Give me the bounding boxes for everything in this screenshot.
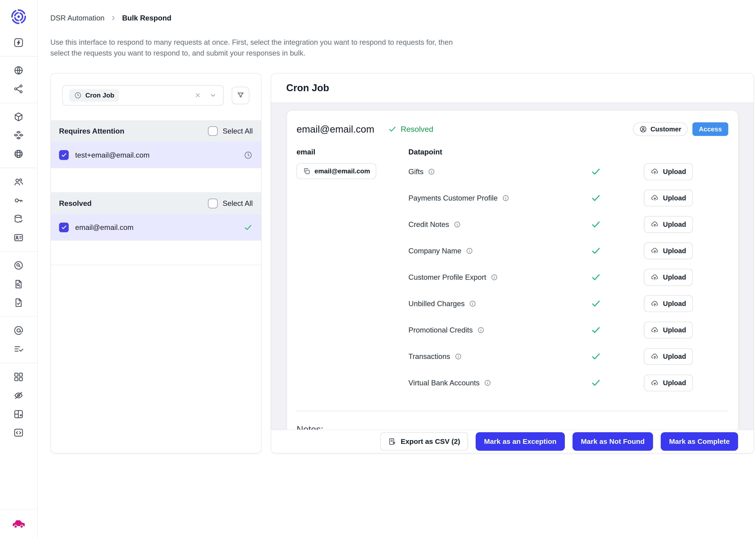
select-all-checkbox[interactable] — [208, 126, 218, 136]
cloud-upload-icon — [651, 379, 659, 387]
box-icon[interactable] — [13, 111, 24, 123]
datapoint-label: Credit Notes — [408, 220, 449, 229]
section-spacer — [51, 168, 261, 193]
export-csv-button[interactable]: Export as CSV (2) — [380, 432, 468, 451]
info-icon[interactable] — [453, 221, 461, 228]
mark-not-found-button[interactable]: Mark as Not Found — [573, 432, 653, 451]
brand-footer — [0, 509, 37, 538]
datapoint-row: Company Name Upload — [408, 238, 728, 264]
boxes-icon[interactable] — [13, 130, 24, 141]
info-icon[interactable] — [502, 194, 509, 202]
datapoint-label: Gifts — [408, 167, 424, 176]
upload-button[interactable]: Upload — [644, 348, 693, 365]
breadcrumb: DSR Automation Bulk Respond — [50, 14, 754, 22]
info-icon[interactable] — [454, 353, 462, 360]
zap-icon[interactable] — [13, 37, 24, 48]
check-icon — [576, 272, 617, 283]
search-icon[interactable] — [13, 260, 24, 271]
info-icon[interactable] — [491, 274, 498, 281]
upload-button[interactable]: Upload — [644, 295, 693, 312]
datapoint-row: Payments Customer Profile Upload — [408, 185, 728, 211]
eye-off-icon[interactable] — [13, 390, 24, 402]
check-icon — [576, 298, 617, 309]
layout-icon[interactable] — [13, 408, 24, 420]
contact-card-icon[interactable] — [13, 232, 24, 243]
upload-button[interactable]: Upload — [644, 216, 693, 233]
datapoint-label: Unbilled Charges — [408, 299, 465, 308]
cloud-upload-icon — [651, 299, 659, 308]
sphere-icon[interactable] — [13, 148, 24, 160]
chevron-down-icon[interactable] — [209, 91, 217, 99]
sidebar-divider — [0, 251, 37, 252]
identifier-value-chip[interactable]: email@email.com — [297, 163, 376, 179]
request-list-panel: Cron Job — [50, 73, 261, 454]
select-all-checkbox[interactable] — [208, 198, 218, 208]
request-checkbox[interactable] — [59, 150, 69, 160]
database-check-icon[interactable] — [13, 213, 24, 225]
request-email-title: email@email.com — [297, 124, 374, 135]
globe-icon[interactable] — [13, 65, 24, 77]
check-icon — [576, 325, 617, 336]
select-all-control: Select All — [208, 198, 253, 208]
sidebar-divider — [0, 103, 37, 103]
panels-row: Cron Job — [50, 73, 754, 454]
datapoint-label: Payments Customer Profile — [408, 194, 498, 202]
upload-button[interactable]: Upload — [644, 190, 693, 206]
request-card: email@email.com Resolved Customer A — [287, 111, 738, 429]
request-email: email@email.com — [75, 223, 133, 232]
section-spacer — [51, 241, 261, 265]
info-icon[interactable] — [484, 379, 491, 387]
grid-icon[interactable] — [13, 371, 24, 383]
datapoint-rows: Gifts Upload Payments Customer Profile U… — [408, 158, 728, 396]
mark-exception-button[interactable]: Mark as an Exception — [476, 432, 565, 451]
sidebar-divider — [0, 56, 37, 57]
check-icon — [576, 351, 617, 362]
info-icon[interactable] — [428, 168, 435, 175]
check-icon — [576, 377, 617, 388]
integration-select[interactable]: Cron Job — [63, 85, 224, 106]
request-checkbox[interactable] — [59, 223, 69, 233]
request-email: test+email@email.com — [75, 151, 150, 159]
filter-button[interactable] — [232, 87, 249, 104]
upload-button[interactable]: Upload — [644, 163, 693, 180]
datapoint-row: Virtual Bank Accounts Upload — [408, 370, 728, 396]
key-icon[interactable] — [13, 195, 24, 206]
tasklist-icon[interactable] — [13, 343, 24, 355]
upload-button[interactable]: Upload — [644, 242, 693, 259]
cloud-upload-icon — [651, 220, 659, 229]
person-icon — [639, 125, 647, 133]
team-icon[interactable] — [13, 176, 24, 188]
integration-chip: Cron Job — [69, 89, 119, 102]
export-icon — [388, 437, 396, 446]
select-all-label: Select All — [223, 199, 253, 208]
mention-icon[interactable] — [13, 325, 24, 337]
file-search-icon[interactable] — [13, 278, 24, 290]
graph-icon[interactable] — [13, 83, 24, 95]
datapoint-label: Customer Profile Export — [408, 273, 486, 282]
cloud-upload-icon — [651, 326, 659, 334]
breadcrumb-parent[interactable]: DSR Automation — [50, 14, 105, 22]
request-type-chips: Customer Access — [633, 122, 728, 136]
identifier-column: email email@email.com — [297, 148, 408, 396]
clear-selection-icon[interactable] — [194, 91, 202, 99]
sidebar-divider — [0, 168, 37, 168]
integration-chip-label: Cron Job — [85, 92, 114, 99]
file-check-icon[interactable] — [13, 297, 24, 308]
upload-button[interactable]: Upload — [644, 375, 693, 391]
datapoint-row: Unbilled Charges Upload — [408, 291, 728, 317]
brand-logo[interactable] — [9, 7, 28, 27]
datapoint-row: Transactions Upload — [408, 343, 728, 370]
upload-button[interactable]: Upload — [644, 322, 693, 338]
info-icon[interactable] — [466, 247, 473, 254]
code-icon[interactable] — [13, 427, 24, 439]
info-icon[interactable] — [469, 300, 476, 307]
request-row[interactable]: email@email.com — [51, 214, 261, 241]
section-title: Requires Attention — [59, 127, 124, 135]
funnel-icon — [236, 91, 245, 99]
info-icon[interactable] — [477, 326, 485, 334]
mark-complete-button[interactable]: Mark as Complete — [661, 432, 738, 451]
request-row[interactable]: test+email@email.com — [51, 142, 261, 168]
check-icon — [388, 125, 397, 134]
detail-panel: Cron Job email@email.com Resolved — [271, 73, 754, 454]
upload-button[interactable]: Upload — [644, 269, 693, 286]
